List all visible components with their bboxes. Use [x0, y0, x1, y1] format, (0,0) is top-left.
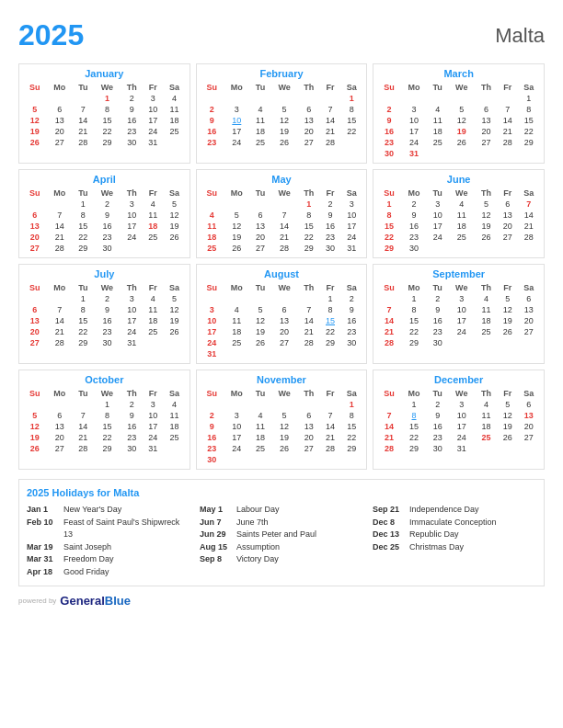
day-of-week-header: Su: [377, 82, 400, 93]
calendar-day: 24: [121, 326, 143, 337]
calendar-day: 3: [143, 399, 163, 410]
calendar-day: [224, 93, 250, 104]
calendar-day: [201, 293, 224, 304]
day-of-week-header: We: [270, 82, 297, 93]
holiday-item: Apr 18Good Friday: [27, 566, 190, 579]
calendar-day: 24: [427, 232, 448, 243]
calendar-day: 15: [298, 221, 320, 232]
holiday-name: Immaculate Conception: [409, 517, 497, 529]
calendar-day: 5: [270, 410, 297, 421]
calendar-day: 18: [448, 221, 475, 232]
month-name-february: February: [201, 68, 363, 79]
holiday-name: Christmas Day: [409, 541, 464, 554]
calendar-day: 9: [427, 304, 448, 315]
calendar-day: 4: [427, 104, 448, 115]
calendar-day: 25: [475, 432, 497, 443]
calendar-day: 22: [401, 326, 428, 337]
calendar-day: 16: [94, 315, 121, 326]
calendar-day: 14: [298, 315, 320, 326]
month-table-december: SuMoTuWeThFrSa12345678910111213141516171…: [377, 388, 540, 454]
calendar-day: 25: [201, 243, 224, 254]
holiday-item: Sep 8Victory Day: [200, 553, 363, 566]
footer-brand: GeneralBlue: [60, 594, 131, 608]
month-table-january: SuMoTuWeThFrSa12345678910111213141516171…: [23, 82, 186, 148]
calendar-day: 7: [298, 304, 320, 315]
calendar-day: 3: [121, 199, 143, 210]
calendar-day: 18: [143, 221, 163, 232]
calendar-day: 7: [46, 304, 73, 315]
month-block-december: DecemberSuMoTuWeThFrSa123456789101112131…: [373, 370, 545, 470]
calendar-day: 15: [320, 315, 340, 326]
calendar-day: 15: [94, 421, 121, 432]
calendar-day: 22: [73, 326, 94, 337]
footer-brand-blue: Blue: [105, 594, 131, 608]
day-of-week-header: Tu: [427, 82, 448, 93]
calendar-day: 15: [401, 315, 428, 326]
calendar-day: [201, 93, 224, 104]
month-name-august: August: [201, 268, 363, 279]
day-of-week-header: Su: [23, 82, 46, 93]
calendar-day: 23: [94, 232, 121, 243]
calendar-day: 9: [201, 421, 224, 432]
calendar-day: 27: [518, 326, 540, 337]
calendar-day: 8: [401, 410, 428, 421]
calendar-day: 20: [23, 232, 46, 243]
calendar-day: 3: [448, 293, 475, 304]
month-name-march: March: [377, 68, 540, 79]
calendar-day: 20: [498, 221, 518, 232]
calendar-day: [475, 243, 497, 254]
calendar-day: 14: [46, 221, 73, 232]
calendar-day: 7: [320, 410, 340, 421]
calendar-day: 19: [23, 126, 46, 137]
calendar-day: 15: [73, 221, 94, 232]
calendar-day: 6: [46, 104, 73, 115]
calendar-day: 1: [320, 293, 340, 304]
day-of-week-header: We: [270, 388, 297, 399]
calendar-day: 5: [224, 210, 250, 221]
calendar-day: 8: [401, 304, 428, 315]
calendar-day: 26: [163, 232, 185, 243]
calendar-day: 12: [270, 115, 297, 126]
calendar-day: [250, 454, 271, 465]
calendar-day: 25: [143, 232, 163, 243]
calendar-day: 8: [73, 210, 94, 221]
calendar-day: [270, 399, 297, 410]
holiday-date: Sep 21: [373, 504, 406, 517]
calendar-day: 31: [448, 443, 475, 454]
calendar-day: 3: [224, 104, 250, 115]
calendar-day: [498, 93, 518, 104]
day-of-week-header: We: [448, 188, 475, 199]
calendar-day: 22: [94, 432, 121, 443]
holiday-item: Mar 19Saint Joseph: [27, 541, 190, 554]
calendar-day: 27: [475, 137, 497, 148]
day-of-week-header: Fr: [143, 388, 163, 399]
day-of-week-header: Sa: [518, 282, 540, 293]
calendar-day: 29: [73, 243, 94, 254]
calendar-day: 14: [320, 115, 340, 126]
month-table-october: SuMoTuWeThFrSa12345678910111213141516171…: [23, 388, 186, 454]
calendar-day: 18: [427, 126, 448, 137]
day-of-week-header: Mo: [401, 188, 428, 199]
calendar-day: 29: [94, 137, 121, 148]
calendar-day: 16: [94, 221, 121, 232]
calendar-day: 20: [23, 326, 46, 337]
calendar-day: 27: [250, 243, 271, 254]
calendar-day: 3: [121, 293, 143, 304]
calendar-day: 9: [121, 104, 143, 115]
calendar-day: 26: [498, 326, 518, 337]
calendar-day: 18: [224, 326, 250, 337]
calendar-day: 22: [73, 232, 94, 243]
calendar-day: [427, 148, 448, 159]
calendar-day: 10: [224, 115, 250, 126]
calendar-day: 21: [377, 432, 400, 443]
calendar-day: 11: [201, 221, 224, 232]
calendar-day: 6: [23, 304, 46, 315]
calendar-day: 17: [448, 315, 475, 326]
calendar-day: 20: [46, 126, 73, 137]
calendar-day: 11: [224, 315, 250, 326]
calendar-day: 30: [427, 337, 448, 348]
calendar-day: 24: [340, 232, 362, 243]
calendar-day: 9: [201, 115, 224, 126]
calendar-day: 11: [250, 115, 271, 126]
calendar-day: 22: [340, 126, 362, 137]
